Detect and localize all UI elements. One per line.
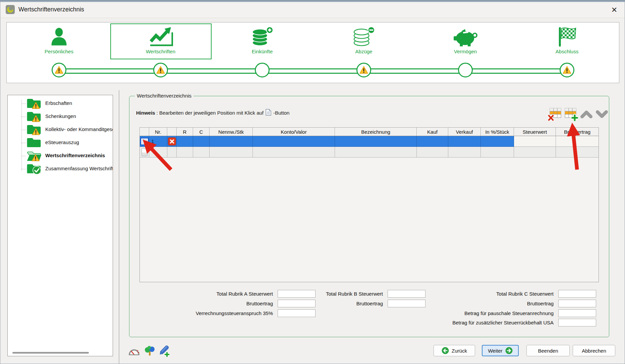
tree-item-label: Erbschaften [45,100,72,106]
wizard-progress-line [59,68,567,74]
weiter-button[interactable]: Weiter [482,345,519,356]
nav-item-abzuege[interactable]: Abzüge [324,25,404,59]
app-logo-icon [6,5,15,14]
total-rubrik-c-bruttoertrag-input[interactable] [558,300,596,307]
verrechnungssteueranspruch-input[interactable] [278,309,316,317]
tree-item-wertschriftenverzeichnis[interactable]: Wertschriftenverzeichnis [8,149,113,163]
app-window: Wertschriftenverzeichnis ✕ Persönliches [0,0,625,364]
tree-item-label: eSteuerauszug [45,139,79,145]
chart-icon [148,25,173,47]
pen-add-icon [159,346,170,357]
nav-item-abschluss[interactable]: Abschluss [527,25,607,59]
tree-item-kollektiv[interactable]: Kollektiv- oder Kommanditgesel [8,123,113,136]
col-verkauf: Verkauf [448,128,481,136]
nav-label: Abschluss [556,49,578,54]
table-row-empty[interactable] [140,147,599,158]
nav-item-wertschriften[interactable]: Wertschriften [120,25,201,59]
window-title: Wertschriftenverzeichnis [18,6,84,13]
warning-icon [55,66,63,74]
nav-label: Persönliches [45,49,73,54]
pauschale-steueranrechnung-input[interactable] [558,309,596,317]
steuerrueckbehalt-usa-row: Betrag für zusätzlicher Steuerrückbehalt… [406,318,596,327]
arrow-right-icon [505,347,513,354]
row-nr: 1 [149,136,167,147]
edit-position-button[interactable] [141,148,148,156]
warning-icon [32,102,40,109]
chevron-up-icon [580,109,593,119]
total-rubrik-b-bruttoertrag-row: Bruttoertrag [282,299,425,308]
row-nr [149,147,167,158]
positions-table: Nr. R C Nennw./Stk Konto/Valor Bezeichnu… [139,127,599,282]
nav-item-einkuenfte[interactable]: Einkünfte [222,25,302,59]
steuerrueckbehalt-usa-input[interactable] [558,319,596,326]
add-row-button[interactable] [564,108,578,121]
col-steuerwert: Steuerwert [514,128,556,136]
row-cell [210,147,253,158]
nav-status-wertschriften [153,63,168,77]
nav-item-persoenliches[interactable]: Persönliches [19,25,99,59]
table-add-icon [564,108,578,121]
tree-item-esteuerauszug[interactable]: eSteuerauszug [8,136,113,149]
panel-divider [119,90,119,364]
delete-position-button[interactable] [168,137,176,145]
warning-icon [563,66,571,74]
nav-status-abschluss [560,63,574,77]
tree-item-erbschaften[interactable]: Erbschaften [8,97,113,110]
row-cell [481,136,514,147]
nav-status-persoenliches [52,63,66,77]
delete-row-button[interactable] [548,108,562,121]
row-cell [417,136,448,147]
total-label: Verrechnungssteueranspruch 35% [136,310,273,316]
nav-status-abzuege [356,63,371,77]
gauge-button[interactable] [128,346,140,357]
abbrechen-button[interactable]: Abbrechen [573,345,615,356]
horizontal-scrollbar[interactable] [12,352,89,354]
nav-label: Wertschriften [146,49,175,54]
move-up-button[interactable] [579,108,593,121]
tree-item-schenkungen[interactable]: Schenkungen [8,110,113,123]
document-icon [266,109,271,117]
tree-item-label: Schenkungen [45,113,76,119]
total-rubrik-c-bruttoertrag-row: Bruttoertrag [406,299,596,308]
nav-item-vermoegen[interactable]: Vermögen [425,25,506,59]
add-note-button[interactable] [158,346,171,357]
tree-view-button[interactable] [143,346,156,357]
hint-bold: Hinweis [136,110,155,116]
warning-icon [32,115,40,122]
button-label: Weiter [488,348,502,354]
total-label: Total Rubrik A Steuerwert [136,291,273,297]
total-rubrik-c-steuerwert-input[interactable] [558,290,596,298]
table-header-row: Nr. R C Nennw./Stk Konto/Valor Bezeichnu… [140,128,599,136]
warning-icon [32,128,40,135]
zurueck-button[interactable]: Zurück [434,345,475,356]
hint-text: Hinweis: Bearbeiten der jeweiligen Posit… [136,109,289,117]
close-icon[interactable]: ✕ [609,5,620,15]
arrow-left-icon [442,347,449,354]
verrechnungssteueranspruch-row: Verrechnungssteueranspruch 35% [136,309,316,317]
tree-item-label: Wertschriftenverzeichnis [45,153,105,158]
nav-label: Vermögen [454,49,477,54]
wertschriften-groupbox: Wertschriftenverzeichnis Hinweis: Bearbe… [129,96,609,337]
table-row-selected[interactable]: 1 [140,136,599,147]
total-label: Betrag für pauschale Steueranrechnung [406,310,554,316]
edit-position-button[interactable] [140,138,149,145]
tree-item-label: Kollektiv- oder Kommanditgesel [45,126,113,132]
col-delete [167,128,177,136]
total-rubrik-b-steuerwert-row: Total Rubrik B Steuerwert [282,290,425,298]
title-bar: Wertschriftenverzeichnis ✕ [0,2,625,18]
row-cell [177,147,193,158]
chevron-down-icon [595,109,609,119]
move-down-button[interactable] [595,108,609,121]
col-bezeichnung: Bezeichnung [335,128,417,136]
groupbox-title: Wertschriftenverzeichnis [135,93,193,99]
row-cell [335,147,417,158]
tree-item-label: Zusammenfassung Wertschrifte [45,166,113,171]
total-label: Bruttoertrag [136,301,273,306]
finish-flag-icon [557,25,577,47]
tree-item-zusammenfassung[interactable]: Zusammenfassung Wertschrifte [8,163,113,176]
table-delete-icon [548,108,562,121]
folder-warning-icon [26,98,42,110]
beenden-button[interactable]: Beenden [526,345,570,356]
folder-warning-icon [26,124,42,136]
col-konto-valor: Konto/Valor [253,128,335,136]
